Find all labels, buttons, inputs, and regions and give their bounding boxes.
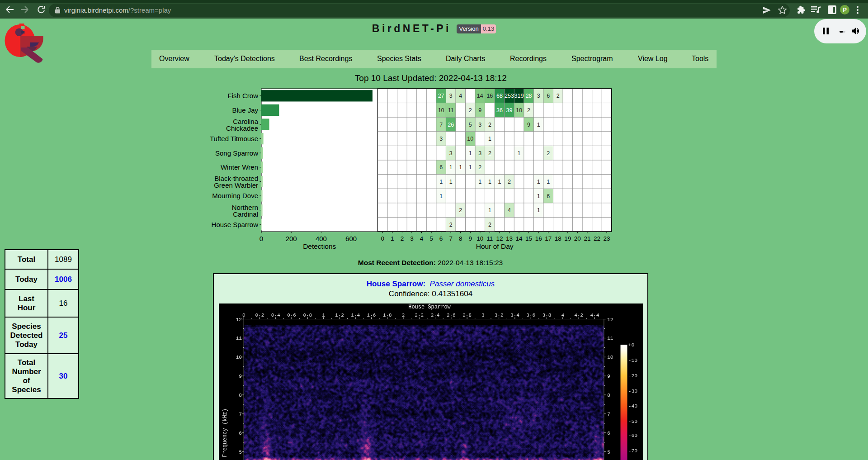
svg-text:Detections: Detections [303,242,336,250]
svg-text:4·2: 4·2 [574,313,583,318]
svg-text:-10: -10 [628,357,638,363]
svg-text:0: 0 [381,235,385,242]
svg-text:9: 9 [239,373,242,379]
svg-text:11: 11 [486,235,493,242]
svg-text:18: 18 [555,235,561,242]
svg-text:3·2: 3·2 [495,313,504,318]
svg-text:7: 7 [239,411,242,417]
svg-text:Green Warbler: Green Warbler [214,181,258,189]
svg-text:20: 20 [574,235,581,242]
svg-text:1: 1 [488,136,491,142]
svg-text:400: 400 [316,235,327,242]
svg-text:3·4: 3·4 [510,313,519,318]
svg-text:22: 22 [594,235,600,242]
svg-text:14: 14 [477,93,483,99]
svg-text:319: 319 [514,93,524,99]
svg-text:0: 0 [259,235,263,242]
svg-text:16: 16 [535,235,542,242]
svg-text:1: 1 [459,164,462,171]
svg-text:9: 9 [607,373,610,379]
svg-text:253: 253 [505,93,514,99]
svg-text:12: 12 [496,235,503,242]
svg-text:7: 7 [449,235,453,242]
svg-text:-50: -50 [628,418,638,424]
svg-text:10: 10 [476,235,483,242]
svg-text:10: 10 [607,354,613,360]
svg-text:12: 12 [236,317,242,322]
svg-text:1·2: 1·2 [335,313,344,318]
svg-text:6: 6 [439,164,443,171]
svg-text:19: 19 [564,235,571,242]
svg-text:Mourning Dove: Mourning Dove [212,192,258,199]
svg-text:1: 1 [478,179,481,185]
svg-text:8: 8 [239,392,242,398]
svg-text:10: 10 [516,107,522,114]
svg-text:1: 1 [537,193,540,199]
svg-text:4·4: 4·4 [590,313,599,318]
svg-text:39: 39 [506,107,513,114]
svg-text:-60: -60 [628,432,638,438]
svg-text:+0: +0 [628,342,635,348]
svg-text:4: 4 [561,313,564,318]
svg-text:2: 2 [488,222,491,228]
svg-text:Frequency (kHz): Frequency (kHz) [222,408,228,457]
svg-text:26: 26 [448,122,454,128]
svg-text:Winter Wren: Winter Wren [221,163,258,171]
svg-text:7: 7 [607,411,610,417]
svg-text:8: 8 [459,235,462,242]
svg-text:1·6: 1·6 [367,313,376,318]
svg-text:3: 3 [410,235,414,242]
svg-text:17: 17 [545,235,552,242]
svg-text:600: 600 [345,235,357,242]
svg-text:3: 3 [478,150,481,156]
svg-text:1: 1 [469,150,472,156]
svg-text:10: 10 [438,107,444,114]
svg-text:0·4: 0·4 [271,313,280,318]
svg-text:3·8: 3·8 [542,313,552,318]
svg-text:Chickadee: Chickadee [226,124,258,132]
svg-text:21: 21 [584,235,590,242]
svg-text:1·4: 1·4 [351,313,360,318]
svg-text:6: 6 [607,430,610,436]
svg-text:2: 2 [557,93,560,99]
svg-text:6: 6 [239,430,242,436]
svg-text:0·6: 0·6 [287,313,296,318]
svg-text:6: 6 [547,93,550,99]
svg-text:8: 8 [607,392,610,398]
svg-text:16: 16 [486,93,493,99]
svg-text:2: 2 [469,107,472,114]
svg-text:5: 5 [429,235,433,242]
svg-text:-30: -30 [628,388,638,394]
svg-text:Fish Crow: Fish Crow [227,92,258,100]
svg-text:200: 200 [286,235,297,242]
svg-text:1: 1 [537,122,540,128]
svg-text:3: 3 [481,313,485,318]
svg-text:2: 2 [547,150,550,156]
svg-text:1: 1 [537,207,540,213]
svg-text:1·8: 1·8 [383,313,392,318]
svg-text:2·8: 2·8 [462,313,472,318]
svg-text:Hour of Day: Hour of Day [476,242,514,250]
svg-text:1: 1 [537,179,540,185]
svg-text:12: 12 [607,317,613,322]
svg-text:1: 1 [547,179,550,185]
svg-text:2: 2 [478,164,481,171]
svg-text:1: 1 [391,235,394,242]
svg-text:0·8: 0·8 [303,313,312,318]
svg-text:11: 11 [448,107,454,114]
svg-text:4: 4 [508,207,511,213]
svg-text:3: 3 [449,150,453,156]
svg-text:23: 23 [604,235,610,242]
svg-text:1: 1 [449,179,453,185]
svg-text:36: 36 [496,107,503,114]
svg-text:1: 1 [439,179,443,185]
svg-text:2: 2 [401,235,404,242]
svg-text:68: 68 [496,93,503,99]
svg-text:9: 9 [469,235,472,242]
svg-text:3: 3 [439,136,443,142]
svg-text:-20: -20 [628,373,638,379]
svg-text:-70: -70 [628,448,638,454]
svg-text:2·2: 2·2 [415,313,424,318]
svg-text:11: 11 [236,335,242,341]
svg-text:2: 2 [449,222,453,228]
